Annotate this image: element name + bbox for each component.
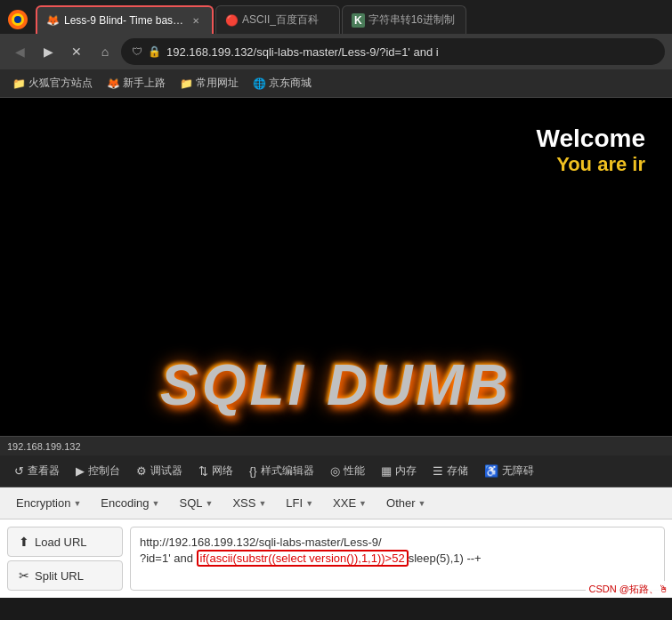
bookmark-label-4: 京东商城 [269,76,312,91]
status-ip: 192.168.199.132 [7,441,81,452]
xss-label: XSS [232,496,255,510]
load-url-label: Load URL [35,535,87,549]
devtools-storage[interactable]: ☰ 存储 [425,460,475,482]
menu-encoding[interactable]: Encoding ▼ [92,493,168,513]
devtools-debugger-label: 调试器 [150,463,182,479]
status-bar: 192.168.199.132 [0,436,672,455]
devtools-accessibility[interactable]: ♿ 无障碍 [477,460,541,482]
tool-panel: Encryption ▼ Encoding ▼ SQL ▼ XSS ▼ LFI … [0,487,672,598]
devtools-debugger[interactable]: ⚙ 调试器 [129,460,190,482]
sql-arrow: ▼ [206,499,214,508]
inspect-icon: ↺ [14,464,24,478]
network-icon: ⇅ [198,464,208,478]
action-buttons: ⬆ Load URL ✂ Split URL [7,527,123,591]
encryption-label: Encryption [16,496,70,510]
bookmark-3[interactable]: 📁 常用网址 [174,74,244,93]
forward-button[interactable]: ▶ [36,39,61,64]
bookmarks-bar: 📁 火狐官方站点 🦊 新手上路 📁 常用网址 🌐 京东商城 [0,69,672,98]
other-label: Other [386,496,416,510]
menu-lfi[interactable]: LFI ▼ [277,493,322,513]
menu-xxe[interactable]: XXE ▼ [324,493,376,513]
style-icon: {} [249,464,257,478]
lock-icon: 🔒 [148,45,161,58]
menu-xss[interactable]: XSS ▼ [223,493,275,513]
welcome-section: Welcome You are ir [537,125,645,176]
menu-other[interactable]: Other ▼ [377,493,434,513]
tab-2[interactable]: 🔴 ASCII_百度百科 [215,5,340,34]
devtools-network[interactable]: ⇅ 网络 [191,460,240,482]
welcome-subtitle: You are ir [537,153,645,176]
devtools-memory[interactable]: ▦ 内存 [374,460,424,482]
shield-icon: 🛡 [132,45,142,58]
svg-point-2 [14,16,21,23]
split-url-label: Split URL [35,569,84,583]
bookmark-icon-2: 🦊 [107,77,120,90]
tab-title-2: ASCII_百度百科 [242,12,330,28]
bookmark-label-1: 火狐官方站点 [28,76,93,91]
back-button[interactable]: ◀ [7,39,32,64]
tab-bar: 🦊 Less-9 Blind- Time based- Si ✕ 🔴 ASCII… [0,0,672,34]
bookmark-1[interactable]: 📁 火狐官方站点 [7,74,98,93]
devtools-network-label: 网络 [212,463,233,479]
sql-label: SQL [179,496,202,510]
bookmark-icon-3: 📁 [180,77,193,90]
load-url-button[interactable]: ⬆ Load URL [7,527,123,557]
tab-title-3: 字符串转16进制制 [368,12,457,28]
split-url-icon: ✂ [19,568,29,583]
nav-bar: ◀ ▶ ✕ ⌂ 🛡 🔒 192.168.199.132/sqli-labs-ma… [0,34,672,69]
console-icon: ▶ [76,464,85,478]
tab-close-1[interactable]: ✕ [189,13,203,28]
bookmark-label-3: 常用网址 [196,76,239,91]
tool-actions: ⬆ Load URL ✂ Split URL http://192.168.19… [0,519,672,598]
home-button[interactable]: ⌂ [93,39,117,64]
menu-sql[interactable]: SQL ▼ [170,493,222,513]
sqli-logo: SQLI DUMB [160,352,512,418]
devtools-memory-label: 内存 [395,463,417,479]
lfi-arrow: ▼ [305,499,313,508]
devtools-style-label: 样式编辑器 [261,463,314,479]
xxe-label: XXE [333,496,356,510]
split-url-button[interactable]: ✂ Split URL [7,560,123,591]
devtools-style-editor[interactable]: {} 样式编辑器 [242,460,321,482]
tab-title-1: Less-9 Blind- Time based- Si [64,14,185,27]
bookmark-icon-4: 🌐 [253,77,266,90]
devtools-inspector-label: 查看器 [28,463,60,479]
url-line2-suffix: sleep(5),1) --+ [409,552,482,565]
debugger-icon: ⚙ [136,464,147,478]
browser-logo [7,9,28,30]
tab-favicon-2: 🔴 [225,14,239,27]
devtools-console[interactable]: ▶ 控制台 [69,460,127,482]
page-background: Welcome You are ir SQLI DUMB [0,98,672,436]
devtools-perf-label: 性能 [344,463,365,479]
tab-3[interactable]: K 字符串转16进制制 [342,5,466,34]
devtools-toolbar: ↺ 查看器 ▶ 控制台 ⚙ 调试器 ⇅ 网络 {} 样式编辑器 ◎ 性能 ▦ 内… [0,455,672,487]
bookmark-icon-1: 📁 [12,77,26,90]
memory-icon: ▦ [381,464,392,478]
menu-encryption[interactable]: Encryption ▼ [7,493,90,513]
welcome-title: Welcome [537,125,645,153]
load-url-icon: ⬆ [19,535,29,549]
devtools-performance[interactable]: ◎ 性能 [323,460,372,482]
encoding-arrow: ▼ [152,499,160,508]
performance-icon: ◎ [330,464,340,478]
xxe-arrow: ▼ [359,499,367,508]
storage-icon: ☰ [433,464,443,478]
devtools-console-label: 控制台 [88,463,120,479]
devtools-storage-label: 存储 [447,463,468,479]
tab-favicon-3: K [352,13,365,28]
other-arrow: ▼ [418,499,426,508]
address-bar[interactable]: 🛡 🔒 192.168.199.132/sqli-labs-master/Les… [121,38,665,65]
address-text: 192.168.199.132/sqli-labs-master/Less-9/… [166,45,654,59]
devtools-inspect[interactable]: ↺ 查看器 [7,460,67,482]
browser-window: 🦊 Less-9 Blind- Time based- Si ✕ 🔴 ASCII… [0,0,672,598]
csdn-watermark: CSDN @拓路、🖱 [586,581,672,598]
browser-content: Welcome You are ir SQLI DUMB [0,98,672,436]
encoding-label: Encoding [101,496,149,510]
bookmark-4[interactable]: 🌐 京东商城 [247,74,317,93]
reload-button[interactable]: ✕ [64,39,89,64]
encryption-arrow: ▼ [73,499,81,508]
tab-active[interactable]: 🦊 Less-9 Blind- Time based- Si ✕ [36,5,214,34]
tool-menubar: Encryption ▼ Encoding ▼ SQL ▼ XSS ▼ LFI … [0,487,672,519]
bookmark-2[interactable]: 🦊 新手上路 [101,74,171,93]
xss-arrow: ▼ [258,499,266,508]
